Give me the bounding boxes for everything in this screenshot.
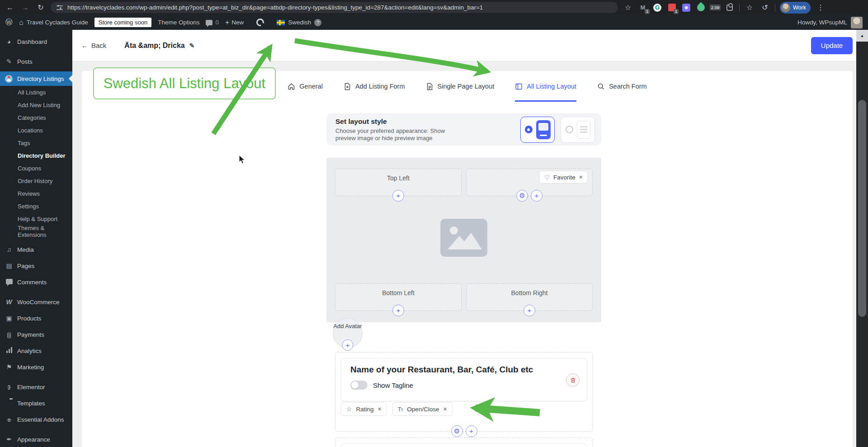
option-show-preview[interactable]	[520, 117, 555, 143]
section-settings-button[interactable]: ⚙	[451, 425, 463, 437]
update-button[interactable]: Update	[811, 37, 853, 54]
sidebar-item-add-new-listing[interactable]: Add New Listing	[0, 99, 72, 111]
store-coming-soon-badge[interactable]: Store coming soon	[94, 18, 151, 27]
extensions-puzzle-icon[interactable]	[725, 3, 735, 13]
sidebar-item-elementor[interactable]: EElementor	[0, 379, 72, 395]
add-avatar-button[interactable]: +	[342, 339, 354, 351]
language-switcher[interactable]: Swedish ?	[277, 19, 321, 26]
sidebar-item-directory-builder[interactable]: Directory Builder	[0, 149, 72, 162]
open-close-widget-chip[interactable]: TT Open/Close ×	[392, 402, 453, 416]
wordpress-logo-icon[interactable]: Ⓦ	[5, 18, 13, 27]
sidebar-item-dashboard[interactable]: ◕Dashboard	[0, 33, 72, 50]
new-content-menu[interactable]: + New	[225, 19, 244, 27]
bottom-left-dropzone[interactable]: Bottom Left +	[335, 283, 462, 311]
sidebar-item-reviews[interactable]: Reviews	[0, 187, 72, 200]
sidebar-item-all-listings[interactable]: All Listings	[0, 86, 72, 99]
tab-single-page-layout[interactable]: Single Page Layout	[426, 71, 495, 102]
favorites-list-icon[interactable]: ☆	[744, 3, 755, 12]
browser-back-icon[interactable]: ←	[5, 4, 15, 12]
add-widget-button[interactable]: +	[392, 305, 404, 316]
sidebar-item-posts[interactable]: ✎Posts	[0, 53, 72, 70]
tab-general[interactable]: General	[288, 71, 323, 102]
sidebar-item-essential-addons[interactable]: EAEssential Addons	[0, 411, 72, 428]
sidebar-item-woocommerce[interactable]: WWooCommerce	[0, 294, 72, 310]
sidebar-item-products[interactable]: ▣Products	[0, 310, 72, 326]
sidebar-item-categories[interactable]: Categories	[0, 111, 72, 124]
bookmark-star-icon[interactable]: ☆	[623, 3, 633, 12]
sidebar-item-marketing[interactable]: ⚑Marketing	[0, 359, 72, 375]
radio-selected-icon[interactable]	[525, 126, 533, 133]
sidebar-item-coupons[interactable]: Coupons	[0, 162, 72, 174]
extension-cashback-icon[interactable]: 2.09	[710, 3, 720, 13]
annotation-text: Swedish All Listing Layout	[104, 75, 265, 92]
add-widget-button[interactable]: +	[531, 190, 542, 202]
remove-widget-icon[interactable]: ×	[378, 405, 382, 413]
delete-widget-button[interactable]	[566, 373, 580, 387]
address-bar[interactable]: https://travelcyclades.com/wp-admin/edit…	[51, 2, 618, 13]
sidebar-item-templates[interactable]: Templates	[0, 395, 72, 411]
next-section-card[interactable]	[341, 443, 587, 447]
favorite-widget-chip[interactable]: ♡ Favorite ×	[539, 171, 588, 184]
bottom-right-dropzone[interactable]: Bottom Right +	[466, 283, 593, 311]
site-menu[interactable]: ⌂ Travel Cyclades Guide	[19, 19, 88, 27]
back-button[interactable]: ← Back	[81, 42, 106, 49]
browser-menu-icon[interactable]: ⋮	[815, 3, 826, 12]
add-widget-button[interactable]: +	[524, 305, 535, 316]
extension-red-icon[interactable]: 1	[667, 3, 677, 13]
sidebar-item-media[interactable]: ♫Media	[0, 241, 72, 258]
sidebar-item-tags[interactable]: Tags	[0, 136, 72, 149]
extension-grammarly-icon[interactable]: G	[652, 3, 662, 13]
history-icon[interactable]: ↺	[760, 3, 770, 12]
sidebar-item-locations[interactable]: Locations	[0, 124, 72, 136]
site-controls-icon[interactable]	[57, 5, 63, 10]
option-hide-preview[interactable]	[561, 117, 595, 143]
theme-options-menu[interactable]: Theme Options	[158, 19, 199, 26]
sidebar-item-comments[interactable]: Comments	[0, 274, 72, 290]
top-left-dropzone[interactable]: Top Left +	[335, 169, 462, 196]
browser-reload-icon[interactable]: ↻	[35, 3, 46, 12]
browser-forward-icon[interactable]: →	[20, 4, 31, 12]
extension-snowflake-icon[interactable]: ❋	[681, 3, 691, 13]
sidebar-item-appearance[interactable]: ✒Appearance	[0, 431, 72, 447]
annotation-label-box: Swedish All Listing Layout	[93, 67, 276, 99]
sidebar-item-themes-extensions[interactable]: Themes & Extensions	[0, 225, 72, 238]
card-preview-canvas: Top Left + ♡ Favorite × ⚙ +	[326, 158, 601, 322]
add-avatar-dropzone[interactable]: Add Avatar +	[333, 318, 363, 348]
sidebar-item-pages[interactable]: ▤Pages	[0, 258, 72, 274]
help-badge[interactable]: ?	[314, 19, 321, 26]
radio-unselected-icon[interactable]	[566, 126, 573, 133]
widget-settings-button[interactable]: ⚙	[516, 190, 528, 202]
show-tagline-label: Show Tagline	[373, 381, 413, 389]
sidebar-item-order-history[interactable]: Order History	[0, 174, 72, 187]
tab-all-listing-layout[interactable]: All Listing Layout	[515, 71, 576, 102]
remove-widget-icon[interactable]: ×	[443, 405, 447, 413]
sidebar-item-analytics[interactable]: Analytics	[0, 343, 72, 359]
show-tagline-toggle[interactable]	[350, 381, 368, 390]
sidebar-label: Pages	[17, 263, 34, 269]
extension-leaf-icon[interactable]	[696, 3, 706, 13]
sidebar-item-settings[interactable]: Settings	[0, 200, 72, 212]
sidebar-item-help-support[interactable]: Help & Support	[0, 212, 72, 225]
comments-menu[interactable]: 0	[206, 19, 219, 26]
image-placeholder-icon	[440, 219, 487, 257]
page-scrollbar[interactable]: ▲	[856, 30, 868, 447]
top-right-dropzone[interactable]: ♡ Favorite × ⚙ +	[466, 169, 593, 196]
remove-widget-icon[interactable]: ×	[579, 174, 583, 181]
url-text[interactable]: https://travelcyclades.com/wp-admin/edit…	[67, 4, 483, 11]
sidebar-item-directory-listings[interactable]: Directory Listings	[0, 71, 72, 86]
plugin-circle-icon[interactable]	[256, 19, 264, 26]
sidebar-item-payments[interactable]: $Payments	[0, 326, 72, 343]
edit-title-icon[interactable]: ✎	[189, 42, 195, 49]
scrollbar-up-arrow[interactable]: ▲	[856, 30, 868, 42]
account-menu[interactable]: Howdy, WPsupML	[797, 17, 863, 28]
section-add-button[interactable]: +	[466, 425, 477, 437]
tab-search-form[interactable]: Search Form	[597, 71, 647, 102]
add-widget-button[interactable]: +	[392, 190, 404, 202]
tab-add-listing-form[interactable]: Add Listing Form	[344, 71, 405, 102]
scrollbar-thumb[interactable]	[858, 100, 866, 317]
extension-m-icon[interactable]: M1	[638, 3, 648, 13]
rating-widget-chip[interactable]: ☆ Rating ×	[341, 402, 387, 416]
trash-icon	[570, 377, 576, 384]
browser-profile[interactable]: Work	[780, 2, 811, 14]
listing-title-card[interactable]: Name of your Restaurant, Bar, Café, Club…	[341, 358, 587, 401]
